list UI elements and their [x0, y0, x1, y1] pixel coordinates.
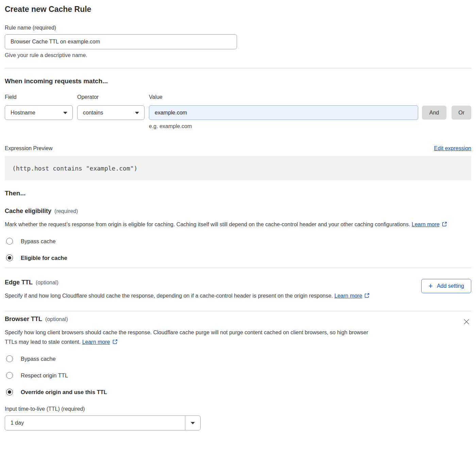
plus-icon: + [428, 282, 433, 290]
ttl-input-label: Input time-to-live (TTL) (required) [5, 406, 471, 412]
radio-bypass-cache[interactable]: Bypass cache [5, 238, 471, 245]
radio-label: Override origin and use this TTL [21, 389, 107, 395]
radio-bypass-cache[interactable]: Bypass cache [5, 355, 471, 362]
external-link-icon [112, 338, 118, 348]
radio-override-origin-ttl[interactable]: Override origin and use this TTL [5, 389, 471, 395]
operator-label: Operator [77, 94, 149, 100]
edge-ttl-description-text: Specify if and how long Cloudflare shoul… [5, 293, 333, 299]
and-button[interactable]: And [422, 106, 446, 120]
browser-ttl-section: Browser TTL (optional) Specify how long … [5, 311, 471, 348]
edge-ttl-learn-more-link[interactable]: Learn more [335, 293, 362, 299]
expression-code: (http.host contains "example.com") [12, 165, 137, 172]
edge-ttl-title: Edge TTL [5, 279, 33, 286]
expression-preview-row: Expression Preview Edit expression [5, 145, 471, 152]
ttl-select[interactable]: 1 day [5, 415, 201, 430]
cache-eligibility-learn-more-link[interactable]: Learn more [412, 222, 440, 227]
cache-eligibility-description-text: Mark whether the request’s response from… [5, 222, 410, 227]
browser-ttl-heading: Browser TTL (optional) [5, 316, 462, 323]
match-heading: When incoming requests match... [5, 77, 471, 85]
rule-name-input[interactable] [5, 34, 237, 49]
field-select[interactable]: Hostname [5, 105, 73, 120]
radio-label: Respect origin TTL [21, 372, 68, 379]
match-condition-row: Hostname contains And Or [5, 105, 471, 120]
value-hint: e.g. example.com [149, 123, 471, 129]
value-label: Value [149, 94, 471, 100]
cache-eligibility-description: Mark whether the request’s response from… [5, 220, 471, 230]
radio-checked-icon [6, 254, 13, 261]
ttl-select-arrow-button[interactable] [185, 416, 200, 430]
edge-ttl-heading: Edge TTL (optional) [5, 279, 421, 286]
add-setting-label: Add setting [437, 283, 464, 289]
page-title: Create new Cache Rule [5, 5, 471, 14]
radio-icon [6, 355, 13, 362]
browser-ttl-description-text: Specify how long client browsers should … [5, 330, 368, 345]
radio-eligible-for-cache[interactable]: Eligible for cache [5, 254, 471, 261]
operator-select-value: contains [83, 110, 103, 116]
edge-ttl-description: Specify if and how long Cloudflare shoul… [5, 291, 392, 301]
create-cache-rule-form: Create new Cache Rule Rule name (require… [0, 0, 476, 437]
radio-respect-origin-ttl[interactable]: Respect origin TTL [5, 372, 471, 379]
divider [5, 268, 471, 268]
radio-icon [6, 372, 13, 379]
radio-label: Bypass cache [21, 356, 56, 362]
browser-ttl-description: Specify how long client browsers should … [5, 328, 379, 348]
or-button[interactable]: Or [452, 106, 471, 120]
remove-browser-ttl-button[interactable] [462, 318, 471, 326]
expression-preview-label: Expression Preview [5, 145, 53, 152]
radio-icon [6, 238, 13, 245]
browser-ttl-optional-badge: (optional) [45, 316, 68, 322]
ttl-select-value: 1 day [5, 416, 185, 430]
browser-ttl-radio-group: Bypass cache Respect origin TTL Override… [5, 355, 471, 395]
browser-ttl-title: Browser TTL [5, 316, 42, 323]
radio-checked-icon [6, 389, 13, 395]
browser-ttl-learn-more-link[interactable]: Learn more [82, 339, 110, 345]
divider [5, 68, 471, 68]
operator-select[interactable]: contains [77, 105, 144, 120]
external-link-icon [364, 292, 370, 301]
rule-name-label: Rule name (required) [5, 25, 471, 31]
chevron-down-icon [135, 112, 139, 114]
edge-ttl-optional-badge: (optional) [36, 280, 58, 286]
external-link-icon [442, 220, 447, 230]
close-icon [463, 318, 470, 325]
field-select-value: Hostname [11, 110, 35, 116]
match-column-labels: Field Operator Value [5, 94, 471, 100]
chevron-down-icon [191, 422, 195, 424]
then-heading: Then... [5, 190, 471, 197]
chevron-down-icon [63, 112, 67, 114]
edge-ttl-section: Edge TTL (optional) Specify if and how l… [5, 273, 471, 301]
expression-code-block: (http.host contains "example.com") [5, 156, 471, 180]
add-setting-button[interactable]: + Add setting [421, 279, 471, 293]
radio-label: Eligible for cache [21, 255, 67, 261]
radio-label: Bypass cache [21, 238, 56, 245]
edit-expression-link[interactable]: Edit expression [434, 145, 471, 152]
cache-eligibility-heading: Cache eligibility (required) [5, 208, 471, 215]
cache-eligibility-required-badge: (required) [54, 208, 78, 214]
cache-eligibility-title: Cache eligibility [5, 208, 51, 215]
value-input[interactable] [149, 105, 418, 120]
cache-eligibility-radio-group: Bypass cache Eligible for cache [5, 238, 471, 261]
field-label: Field [5, 94, 77, 100]
rule-name-help: Give your rule a descriptive name. [5, 52, 471, 58]
